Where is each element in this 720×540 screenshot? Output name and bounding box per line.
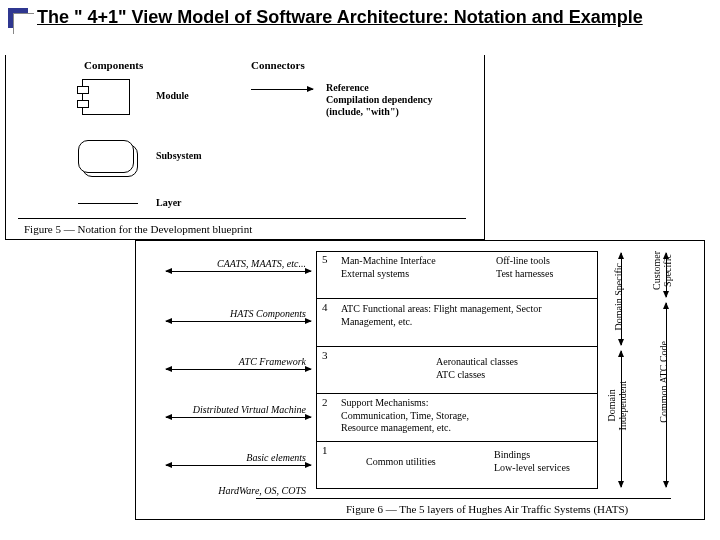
fig6-cell: Aeronautical classes ATC classes (436, 356, 586, 381)
vlabel-customer-specific: Customer Specific (651, 251, 673, 290)
fig6-row-divider (316, 346, 598, 347)
fig6-left-label: Distributed Virtual Machine (166, 404, 306, 415)
fig6-cell: Man-Machine Interface External systems (341, 255, 471, 280)
layer-icon (78, 203, 138, 204)
reference-arrow-icon (251, 89, 313, 90)
fig6-cell: ATC Functional areas: Flight management,… (341, 303, 586, 328)
fig6-left-arrow (166, 417, 311, 418)
fig6-cell: Support Mechanisms: Communication, Time,… (341, 397, 586, 435)
slide-bullet-icon (8, 8, 28, 28)
fig6-rule (256, 498, 671, 499)
fig6-row-divider (316, 441, 598, 442)
vlabel-domain-specific: Domain Specific (613, 263, 624, 330)
vlabel-common-atc: Common ATC Code (658, 341, 669, 423)
fig6-left-arrow (166, 271, 311, 272)
fig6-layer-number: 5 (322, 253, 328, 265)
fig6-left-label: Basic elements (166, 452, 306, 463)
fig5-connectors-header: Connectors (251, 59, 305, 71)
connector-label: Reference Compilation dependency (includ… (326, 82, 432, 118)
subsystem-label: Subsystem (156, 150, 202, 161)
fig6-left-arrow (166, 369, 311, 370)
fig6-row-divider (316, 298, 598, 299)
fig5-rule (18, 218, 466, 219)
fig6-layer-number: 2 (322, 396, 328, 408)
module-icon (82, 79, 130, 115)
fig6-layer-number: 4 (322, 301, 328, 313)
fig6-left-label: CAATS, MAATS, etc... (166, 258, 306, 269)
fig6-cell: Bindings Low-level services (494, 449, 594, 474)
subsystem-icon (78, 140, 134, 173)
fig6-row-divider (316, 393, 598, 394)
fig5-components-header: Components (84, 59, 143, 71)
fig6-cell: Off-line tools Test harnesses (496, 255, 596, 280)
layer-label: Layer (156, 197, 182, 208)
fig6-left-label: ATC Framework (166, 356, 306, 367)
fig6-layer-number: 1 (322, 444, 328, 456)
fig6-caption: Figure 6 — The 5 layers of Hughes Air Tr… (346, 503, 628, 515)
fig6-layer-number: 3 (322, 349, 328, 361)
fig6-bottom-label: HardWare, OS, COTS (166, 485, 306, 496)
slide-title: The " 4+1" View Model of Software Archit… (37, 6, 643, 29)
fig5-caption: Figure 5 — Notation for the Development … (24, 223, 252, 235)
figure-6: CAATS, MAATS, etc... HATS Components ATC… (135, 240, 705, 520)
fig6-left-arrow (166, 321, 311, 322)
figure-5: Components Connectors Module Subsystem L… (5, 55, 485, 240)
fig6-cell: Common utilities (366, 456, 476, 469)
fig6-left-label: HATS Components (166, 308, 306, 319)
vlabel-domain-independent: Domain Independent (606, 381, 628, 430)
module-label: Module (156, 90, 189, 101)
fig6-left-arrow (166, 465, 311, 466)
